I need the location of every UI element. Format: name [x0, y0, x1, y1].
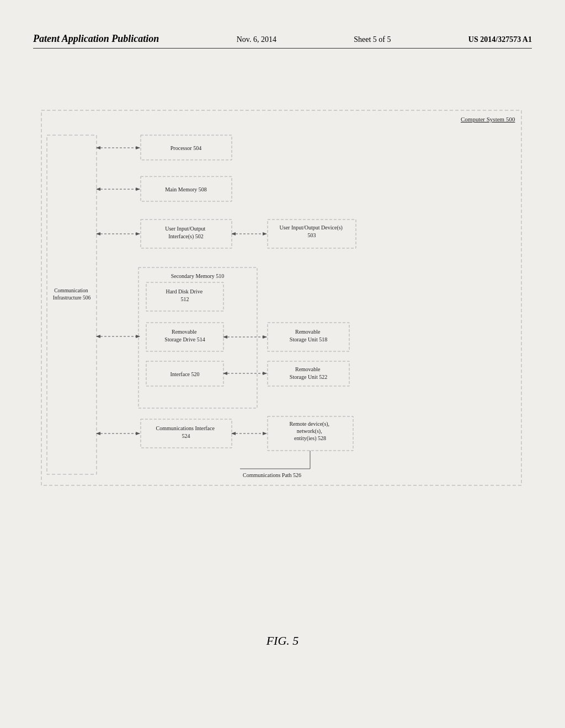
diagram-svg: Computer System 500 Communication Infras… [30, 105, 532, 507]
interface-520-label: Interface 520 [170, 371, 199, 377]
svg-rect-0 [41, 110, 521, 485]
removable-drive-label: Removable Storage Drive 514 [164, 329, 205, 342]
page-header: Patent Application Publication Nov. 6, 2… [33, 33, 532, 49]
patent-number: US 2014/327573 A1 [468, 35, 532, 44]
hard-disk-label: Hard Disk Drive 512 [166, 288, 204, 302]
processor-label: Processor 504 [170, 145, 201, 151]
remote-device-label: Remote device(s), network(s), entity(ies… [289, 421, 331, 442]
main-memory-label: Main Memory 508 [165, 186, 207, 192]
diagram-container: Computer System 500 Communication Infras… [30, 105, 535, 629]
computer-system-label: Computer System 500 [461, 116, 515, 122]
user-io-label: User Input/Output Interface(s) 502 [165, 226, 207, 240]
svg-rect-1 [47, 135, 97, 474]
removable-unit-522-label: Removable Storage Unit 522 [290, 366, 327, 380]
publication-title: Patent Application Publication [33, 33, 159, 45]
user-io-device-label: User Input/Output Device(s) 503 [280, 224, 344, 238]
removable-unit-518-label: Removable Storage Unit 518 [290, 329, 327, 342]
page: Patent Application Publication Nov. 6, 2… [0, 0, 565, 728]
publication-date: Nov. 6, 2014 [237, 35, 276, 44]
sheet-info: Sheet 5 of 5 [354, 35, 391, 44]
figure-label: FIG. 5 [266, 634, 299, 648]
comm-path-label: Communications Path 526 [243, 472, 301, 478]
secondary-memory-label: Secondary Memory 510 [171, 273, 225, 279]
comm-infra-label: Communication Infrastructure 506 [53, 288, 91, 301]
comm-interface-label: Communications Interface 524 [156, 425, 216, 439]
